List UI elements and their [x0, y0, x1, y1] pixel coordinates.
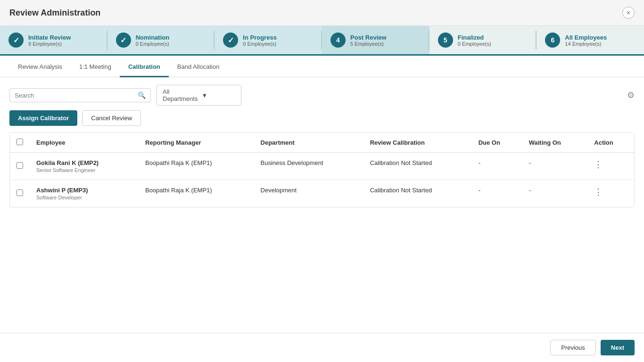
step-inprogress-count: 0 Employee(s) [243, 41, 277, 47]
step-inprogress-text: In Progress 0 Employee(s) [243, 34, 277, 47]
row-reporting-manager: Boopathi Raja K (EMP1) [139, 180, 254, 207]
stepper: Initiate Review 9 Employee(s) Nomination… [0, 26, 644, 56]
search-icon: 🔍 [138, 91, 146, 99]
row-calibration-status: Calibration Not Started [363, 153, 472, 180]
step-inprogress[interactable]: In Progress 0 Employee(s) [215, 26, 322, 54]
step-allemployees-count: 14 Employee(s) [565, 41, 607, 47]
row-reporting-manager: Boopathi Raja K (EMP1) [139, 153, 254, 180]
employee-role: Senior Software Engineer [36, 167, 132, 173]
step-allemployees[interactable]: 6 All Employees 14 Employee(s) [537, 26, 644, 54]
step-postreview-count: 5 Employee(s) [350, 41, 387, 47]
header-due-on: Due On [472, 133, 522, 153]
step-inprogress-label: In Progress [243, 34, 277, 41]
department-select-value: All Departments [163, 88, 198, 102]
table-row: Gokila Rani K (EMP2) Senior Software Eng… [10, 153, 634, 180]
department-select[interactable]: All Departments ▼ [157, 85, 241, 106]
row-checkbox-cell [10, 153, 30, 180]
header-department: Department [254, 133, 363, 153]
next-button[interactable]: Next [601, 340, 635, 355]
action-menu-button[interactable]: ⋮ [594, 187, 603, 197]
row-action: ⋮ [587, 180, 634, 207]
tab-meeting[interactable]: 1:1 Meeting [71, 58, 120, 77]
row-due-on: - [472, 153, 522, 180]
step-finalized-text: Finalized 0 Employee(s) [458, 34, 491, 47]
modal-title: Review Administration [9, 8, 100, 18]
tab-review-analysis[interactable]: Review Analysis [9, 58, 71, 77]
step-finalized-count: 0 Employee(s) [458, 41, 491, 47]
employee-name: Gokila Rani K (EMP2) [36, 159, 132, 166]
step-nomination-label: Nomination [136, 34, 170, 41]
step-finalized-icon: 5 [438, 33, 453, 48]
header-waiting-on: Waiting On [522, 133, 588, 153]
previous-button[interactable]: Previous [550, 340, 596, 355]
step-initiate-label: Initiate Review [28, 34, 71, 41]
footer: Previous Next [0, 333, 644, 362]
row-department: Business Development [254, 153, 363, 180]
step-initiate-text: Initiate Review 9 Employee(s) [28, 34, 71, 47]
step-nomination-icon [116, 33, 131, 48]
step-finalized-label: Finalized [458, 34, 491, 41]
step-finalized[interactable]: 5 Finalized 0 Employee(s) [429, 26, 537, 54]
row-employee: Gokila Rani K (EMP2) Senior Software Eng… [30, 153, 139, 180]
table-header-row: Employee Reporting Manager Department Re… [10, 133, 634, 153]
step-postreview-icon: 4 [330, 33, 346, 48]
row-waiting-on: - [522, 153, 588, 180]
close-button[interactable]: × [622, 7, 635, 19]
modal-container: Review Administration × Initiate Review … [0, 0, 644, 362]
employee-table: Employee Reporting Manager Department Re… [10, 133, 634, 207]
chevron-down-icon: ▼ [201, 92, 235, 99]
step-postreview-text: Post Review 5 Employee(s) [350, 34, 387, 47]
step-nomination-text: Nomination 0 Employee(s) [136, 34, 170, 47]
step-nomination-count: 0 Employee(s) [136, 41, 170, 47]
search-box: 🔍 [9, 88, 151, 102]
assign-calibrator-button[interactable]: Assign Calibrator [9, 110, 77, 126]
header-review-calibration: Review Calibration [363, 133, 472, 153]
step-allemployees-icon: 6 [545, 33, 560, 48]
employee-role: Software Developer [36, 195, 132, 200]
step-postreview-label: Post Review [350, 34, 387, 41]
row-waiting-on: - [522, 180, 588, 207]
row-action: ⋮ [587, 153, 634, 180]
tab-calibration[interactable]: Calibration [120, 58, 169, 77]
step-initiate[interactable]: Initiate Review 9 Employee(s) [0, 26, 107, 54]
step-allemployees-label: All Employees [565, 34, 607, 41]
header-reporting-manager: Reporting Manager [139, 133, 254, 153]
employee-table-container: Employee Reporting Manager Department Re… [9, 132, 635, 207]
search-input[interactable] [15, 92, 138, 99]
settings-button[interactable]: ⚙ [627, 90, 635, 100]
row-employee: Ashwini P (EMP3) Software Developer [30, 180, 139, 207]
step-inprogress-icon [223, 33, 238, 48]
header-employee: Employee [30, 133, 139, 153]
table-row: Ashwini P (EMP3) Software Developer Boop… [10, 180, 634, 207]
select-all-checkbox[interactable] [17, 139, 23, 145]
employee-name: Ashwini P (EMP3) [36, 187, 132, 194]
row-due-on: - [472, 180, 522, 207]
step-initiate-icon [8, 33, 24, 48]
row-checkbox-cell [10, 180, 30, 207]
step-initiate-count: 9 Employee(s) [28, 41, 71, 47]
row-calibration-status: Calibration Not Started [363, 180, 472, 207]
controls-row: 🔍 All Departments ▼ ⚙ [0, 77, 644, 110]
step-nomination[interactable]: Nomination 0 Employee(s) [107, 26, 215, 54]
action-menu-button[interactable]: ⋮ [594, 160, 603, 169]
header-checkbox-cell [10, 133, 30, 153]
step-allemployees-text: All Employees 14 Employee(s) [565, 34, 607, 47]
step-postreview[interactable]: 4 Post Review 5 Employee(s) [322, 26, 429, 54]
row-checkbox[interactable] [17, 162, 23, 169]
row-checkbox[interactable] [17, 189, 23, 196]
action-buttons-row: Assign Calibrator Cancel Review [0, 110, 644, 132]
tabs: Review Analysis 1:1 Meeting Calibration … [0, 58, 644, 77]
row-department: Development [254, 180, 363, 207]
cancel-review-button[interactable]: Cancel Review [82, 110, 141, 126]
tab-band-allocation[interactable]: Band Allocation [169, 58, 228, 77]
modal-header: Review Administration × [0, 0, 644, 26]
header-action: Action [587, 133, 634, 153]
